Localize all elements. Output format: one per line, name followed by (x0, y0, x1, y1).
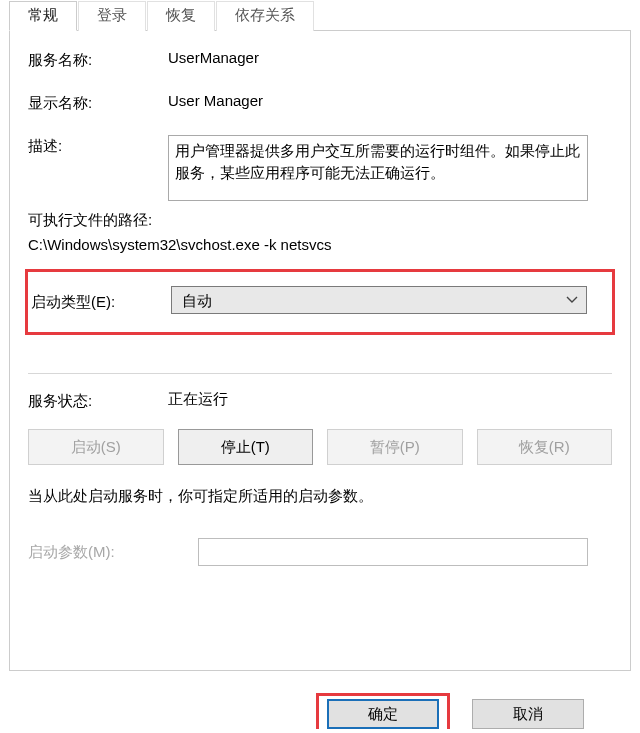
tabs-container: 常规 登录 恢复 依存关系 (9, 0, 631, 31)
display-name-value: User Manager (168, 92, 612, 113)
tabstrip: 常规 登录 恢复 依存关系 (9, 1, 631, 31)
start-params-row: 启动参数(M): (28, 538, 612, 566)
tab-panel-general: 服务名称: UserManager 显示名称: User Manager 描述:… (9, 31, 631, 671)
pause-button: 暂停(P) (327, 429, 463, 465)
ok-button[interactable]: 确定 (327, 699, 439, 729)
tab-recovery[interactable]: 恢复 (147, 1, 215, 31)
startup-type-label: 启动类型(E): (28, 291, 171, 312)
description-row: 描述: 用户管理器提供多用户交互所需要的运行时组件。如果停止此服务，某些应用程序… (28, 135, 612, 201)
stop-button[interactable]: 停止(T) (178, 429, 314, 465)
service-name-row: 服务名称: UserManager (28, 49, 612, 70)
service-status-row: 服务状态: 正在运行 (28, 390, 612, 411)
startup-type-dropdown[interactable]: 自动 (171, 286, 587, 314)
display-name-row: 显示名称: User Manager (28, 92, 612, 113)
startup-params-hint: 当从此处启动服务时，你可指定所适用的启动参数。 (28, 487, 612, 506)
tab-logon[interactable]: 登录 (78, 1, 146, 31)
service-name-value: UserManager (168, 49, 612, 70)
cancel-button[interactable]: 取消 (472, 699, 584, 729)
service-properties-dialog: 常规 登录 恢复 依存关系 服务名称: UserManager 显示名称: Us… (0, 0, 640, 733)
divider (28, 373, 612, 374)
description-textarea[interactable]: 用户管理器提供多用户交互所需要的运行时组件。如果停止此服务，某些应用程序可能无法… (168, 135, 588, 201)
service-name-label: 服务名称: (28, 49, 168, 70)
dialog-footer: 确定 取消 (0, 693, 640, 733)
executable-path-value: C:\Windows\system32\svchost.exe -k netsv… (28, 236, 612, 253)
startup-type-highlight: 启动类型(E): 自动 (25, 269, 615, 335)
tab-general[interactable]: 常规 (9, 1, 77, 31)
tab-dependencies[interactable]: 依存关系 (216, 1, 314, 31)
executable-path-label: 可执行文件的路径: (28, 211, 612, 230)
service-status-label: 服务状态: (28, 390, 168, 411)
resume-button: 恢复(R) (477, 429, 613, 465)
startup-type-selected-value: 自动 (182, 292, 212, 309)
description-label: 描述: (28, 135, 168, 201)
chevron-down-icon (566, 296, 578, 304)
display-name-label: 显示名称: (28, 92, 168, 113)
service-control-buttons: 启动(S) 停止(T) 暂停(P) 恢复(R) (28, 429, 612, 465)
ok-button-highlight: 确定 (316, 693, 450, 729)
start-params-input (198, 538, 588, 566)
start-button: 启动(S) (28, 429, 164, 465)
service-status-value: 正在运行 (168, 390, 612, 411)
start-params-label: 启动参数(M): (28, 543, 198, 562)
